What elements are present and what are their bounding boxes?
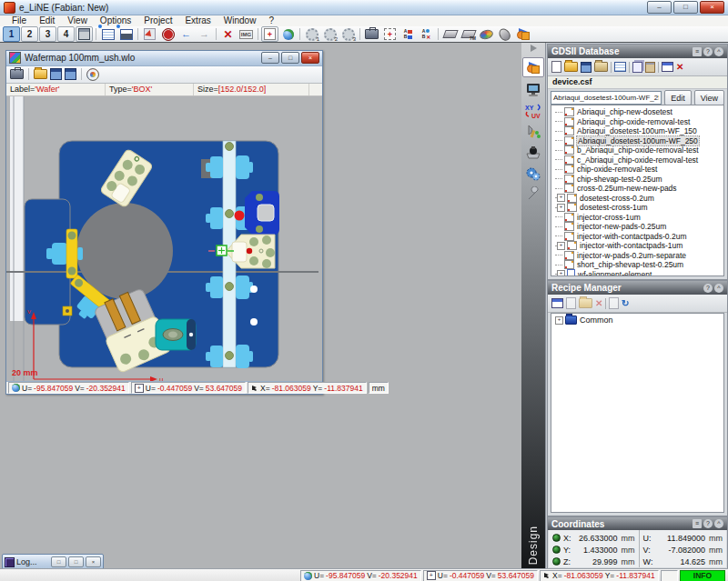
restore-button[interactable]: □ [673, 1, 698, 14]
minimize-button[interactable]: – [647, 1, 672, 14]
wafermap-canvas[interactable]: v u 20 mm [6, 96, 318, 381]
log-maximize-button[interactable]: □ [68, 556, 84, 567]
panel-collapse-icon[interactable]: ^ [714, 47, 723, 56]
design-mode-button[interactable] [514, 26, 531, 42]
tree-item[interactable]: injector-cross-1um [555, 213, 723, 223]
tree-item[interactable]: injector-new-pads-0.25um [555, 222, 723, 232]
wafermap-title-bar[interactable]: Wafermap 100mm_ush.wlo – □ × [6, 51, 322, 66]
tree-item[interactable]: injector-with-contactpads-0.2um [555, 232, 723, 242]
panel-collapse-icon[interactable]: ^ [714, 284, 723, 293]
tree-item[interactable]: injector-w-pads-0.2um-separate [555, 251, 723, 261]
tree-item[interactable]: cross-0.25um-new-new-pads [555, 184, 723, 194]
forward-button[interactable]: → [196, 26, 213, 42]
panel-menu-icon[interactable]: ≡ [693, 519, 702, 528]
archive-folder-icon[interactable] [594, 62, 608, 72]
new-window-icon[interactable] [551, 298, 563, 308]
new-window-icon[interactable] [662, 62, 673, 72]
open-folder-icon[interactable] [564, 62, 578, 72]
palette-button[interactable] [478, 26, 495, 42]
adjustment-button[interactable] [524, 124, 542, 140]
processing-button[interactable] [524, 165, 542, 182]
view-2-button[interactable]: 2 [21, 26, 38, 42]
joblist-button[interactable] [117, 26, 135, 42]
wafermap-maximize-button[interactable]: □ [281, 52, 299, 64]
waferlayout-button[interactable] [99, 26, 116, 42]
microscope-control-button[interactable] [524, 82, 542, 98]
gear-3-button[interactable]: 3 [339, 26, 357, 42]
design-mode-active-button[interactable] [522, 57, 544, 77]
view-button[interactable]: View [694, 90, 724, 105]
menu-extras[interactable]: Extras [178, 15, 217, 26]
panel-help-icon[interactable]: ? [703, 284, 713, 293]
back-button[interactable]: ← [177, 26, 195, 42]
image-button[interactable]: IMG [238, 26, 255, 42]
expander-icon[interactable]: + [557, 204, 565, 212]
menu-window[interactable]: Window [217, 15, 263, 26]
log-restore-button[interactable]: □ [51, 556, 66, 567]
open-folder-icon[interactable] [34, 69, 47, 79]
stop-button[interactable] [159, 26, 177, 42]
save-icon[interactable] [581, 62, 592, 73]
menu-edit[interactable]: Edit [33, 15, 61, 26]
delete-icon[interactable]: ✕ [676, 63, 683, 72]
tree-item[interactable]: +dosetest-cross-1um [555, 203, 723, 213]
expander-icon[interactable]: + [557, 194, 565, 202]
save-icon[interactable] [50, 68, 62, 80]
tree-item[interactable]: Abriaqui_chip-new-dosetest [555, 107, 723, 117]
gear-2-button[interactable]: 2 [321, 26, 339, 42]
table-icon[interactable] [614, 62, 626, 72]
expander-icon[interactable]: + [555, 316, 563, 325]
delete-button[interactable]: ✕ [219, 26, 237, 42]
panel-menu-icon[interactable]: ≡ [693, 47, 702, 56]
panel-help-icon[interactable]: ? [703, 47, 713, 56]
log-window[interactable]: Log... □ □ × [2, 554, 104, 568]
expander-icon[interactable]: + [557, 270, 565, 276]
menu-file[interactable]: File [5, 15, 33, 26]
tree-item[interactable]: chip-shevap-test-0.25um [555, 175, 723, 185]
expander-icon[interactable]: + [557, 242, 565, 250]
toolbox-button[interactable] [363, 26, 380, 42]
menu-project[interactable]: Project [137, 15, 178, 26]
tree-item[interactable]: chip-oxide-removal-test [555, 165, 723, 175]
scroll-up-icon[interactable] [531, 45, 537, 52]
tree-item[interactable]: +wf-alignment-element [555, 270, 723, 277]
eraser-7m-button[interactable]: 7M [460, 26, 477, 42]
eraser-button[interactable] [441, 26, 459, 42]
tree-item[interactable]: + Common [555, 316, 723, 326]
mouse-settings-button[interactable] [496, 26, 513, 42]
capture-region-button[interactable]: + [381, 26, 399, 42]
add-marker-button[interactable]: + [261, 26, 278, 42]
view-4-button[interactable]: 4 [57, 26, 75, 42]
view-1-button[interactable]: 1 [3, 26, 20, 42]
new-recipe-icon[interactable] [566, 297, 576, 309]
delete-icon[interactable]: ✕ [595, 299, 602, 308]
panel-collapse-icon[interactable]: ^ [714, 519, 723, 528]
wafermap-minimize-button[interactable]: – [261, 52, 279, 64]
panel-help-icon[interactable]: ? [703, 519, 713, 528]
undo-icon[interactable]: ↺ [622, 299, 629, 308]
gear-1-button[interactable]: 1 [303, 26, 320, 42]
service-button[interactable] [524, 186, 542, 203]
tree-item[interactable]: Abriaqui_chip-oxide-removal-test [555, 117, 723, 127]
stage-control-button[interactable] [524, 145, 542, 161]
close-button[interactable]: × [700, 1, 724, 14]
ab-compare-button[interactable]: A B [399, 26, 417, 42]
run-recipe-icon[interactable] [609, 297, 619, 309]
log-close-button[interactable]: × [86, 556, 101, 567]
new-file-icon[interactable] [551, 61, 561, 73]
tree-item[interactable]: short_chip-shevap-test-0.25um [555, 260, 723, 270]
paste-icon[interactable] [645, 62, 655, 73]
tree-item[interactable]: b_Abriaqui_chip-oxide-removal-test [555, 145, 723, 155]
menu-help[interactable]: ? [262, 15, 280, 26]
folder-icon[interactable] [579, 298, 592, 308]
xy-uv-transform-button[interactable]: XY UV [524, 103, 542, 119]
copy-icon[interactable] [632, 62, 642, 73]
view-3-button[interactable]: 3 [39, 26, 56, 42]
tree-item-selected[interactable]: Abriaqui_dosetest-100um-WF_250 [555, 136, 723, 146]
cell-name-input[interactable] [551, 91, 662, 105]
menu-view[interactable]: View [61, 15, 94, 26]
briefcase-icon[interactable] [10, 69, 24, 79]
save-views-button[interactable] [76, 26, 93, 42]
ab-delete-button[interactable]: A B✕ [418, 26, 435, 42]
wafermap-close-button[interactable]: × [301, 52, 319, 64]
